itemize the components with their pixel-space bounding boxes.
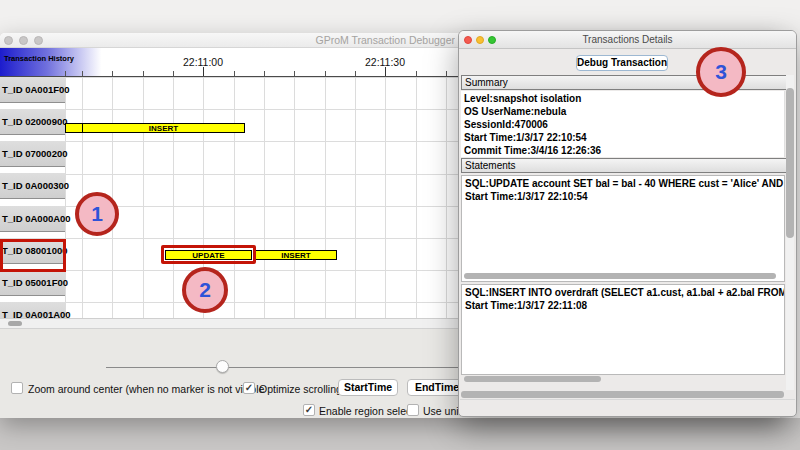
summary-line: Level:snapshot isolation [464, 92, 784, 105]
start-time-button[interactable]: StartTime [338, 379, 398, 396]
table-row[interactable]: T_ID 0A000A00 [0, 206, 65, 238]
summary-line: Start Time:1/3/17 22:10:54 [464, 131, 784, 144]
table-row[interactable]: T_ID 0A001F00 [0, 77, 65, 109]
summary-line: OS UserName:nebula [464, 105, 784, 118]
transaction-id-label[interactable]: T_ID 0A000300 [0, 173, 65, 199]
summary-line: Commit Time:3/4/16 12:26:36 [464, 144, 784, 157]
check-icon: ✓ [245, 382, 253, 393]
annotation-circle-3: 3 [696, 47, 746, 97]
annotation-number: 2 [199, 278, 211, 302]
table-row[interactable]: T_ID 0A000300 [0, 173, 65, 205]
transaction-id-label[interactable]: T_ID 0A001F00 [0, 77, 65, 103]
zoom-around-center-label: Zoom around center (when no marker is no… [28, 383, 264, 395]
enable-region-select-label: Enable region select [319, 405, 414, 417]
optimize-scrolling-label: Optimize scrolling [259, 383, 342, 395]
scrollbar-thumb[interactable] [464, 376, 601, 382]
details-window-title: Transactions Details [459, 34, 796, 45]
timeline-major-tick [385, 67, 386, 76]
debug-transaction-button[interactable]: Debug Transaction [576, 55, 668, 71]
optimize-scrolling-checkbox[interactable]: ✓ [243, 382, 255, 394]
zoom-around-center-checkbox[interactable] [11, 382, 23, 394]
statement-item[interactable]: SQL:INSERT INTO overdraft (SELECT a1.cus… [461, 284, 785, 375]
scrollbar-thumb[interactable] [8, 321, 22, 326]
summary-content: Level:snapshot isolation OS UserName:neb… [461, 91, 785, 157]
details-titlebar[interactable]: Transactions Details [459, 31, 796, 49]
scrollbar-thumb[interactable] [461, 391, 784, 398]
bar-label: INSERT [149, 124, 178, 133]
transaction-id-label[interactable]: T_ID 02000900 [0, 109, 65, 135]
transaction-id-label[interactable]: T_ID 07000200 [0, 141, 65, 167]
zoom-slider-thumb[interactable] [216, 360, 229, 373]
statements-section-header: Statements [461, 158, 792, 173]
statement-item[interactable]: SQL:UPDATE account SET bal = bal - 40 WH… [461, 175, 785, 282]
statement-horizontal-scrollbar[interactable] [464, 273, 780, 279]
details-footer [460, 399, 795, 415]
main-window-title: GProM Transaction Debugger [0, 34, 455, 46]
scrollbar-thumb[interactable] [464, 273, 776, 279]
annotation-number: 1 [91, 202, 103, 226]
selected-transaction-highlight [0, 239, 66, 272]
annotation-circle-2: 2 [182, 267, 228, 313]
use-uniform-checkbox[interactable] [407, 404, 419, 416]
transactions-details-window: Transactions Details Debug Transaction S… [458, 30, 797, 417]
desktop-background [0, 418, 800, 450]
table-row[interactable]: T_ID 02000900 [0, 109, 65, 141]
selected-operation-highlight [161, 245, 256, 264]
table-row[interactable]: T_ID 0A001A00 [0, 302, 65, 318]
transaction-id-label[interactable]: T_ID 05001F00 [0, 270, 65, 296]
check-icon: ✓ [305, 404, 313, 415]
transaction-id-label[interactable]: T_ID 0A001A00 [0, 302, 65, 318]
annotation-number: 3 [715, 60, 727, 84]
table-row[interactable]: T_ID 05001F00 [0, 270, 65, 302]
bar-segment-divider [82, 124, 83, 132]
summary-line: SessionId:470006 [464, 118, 784, 131]
transaction-id-column: T_ID 0A001F00 T_ID 02000900 T_ID 0700020… [0, 77, 65, 318]
table-row[interactable]: T_ID 07000200 [0, 141, 65, 173]
annotation-circle-1: 1 [75, 192, 119, 236]
enable-region-select-checkbox[interactable]: ✓ [303, 404, 315, 416]
panel-title: Transaction History [4, 54, 74, 63]
statement-start-time: Start Time:1/3/17 22:11:08 [465, 299, 784, 312]
window-horizontal-scrollbar[interactable] [461, 391, 784, 398]
transaction-id-label[interactable]: T_ID 0A000A00 [0, 206, 65, 232]
statement-sql: SQL:INSERT INTO overdraft (SELECT a1.cus… [465, 286, 784, 299]
statement-horizontal-scrollbar[interactable] [461, 376, 787, 382]
insert-operation-bar[interactable]: INSERT [255, 250, 337, 260]
window-vertical-scrollbar[interactable] [786, 75, 794, 390]
scrollbar-thumb[interactable] [786, 88, 794, 238]
insert-operation-bar[interactable]: INSERT [65, 123, 245, 133]
timeline-major-tick [203, 67, 204, 76]
statement-start-time: Start Time:1/3/17 22:10:54 [465, 190, 784, 203]
statement-sql: SQL:UPDATE account SET bal = bal - 40 WH… [465, 177, 784, 190]
bar-label: INSERT [281, 251, 310, 260]
